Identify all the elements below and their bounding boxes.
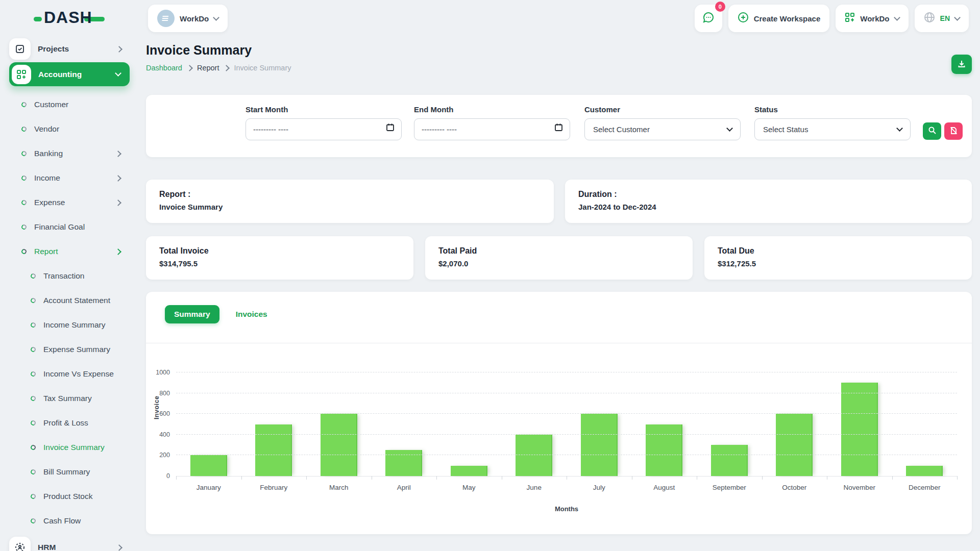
- globe-icon: [924, 12, 935, 25]
- end-month-field: End Month: [414, 105, 570, 140]
- sidebar-item-invoice-summary[interactable]: Invoice Summary: [9, 435, 130, 460]
- bar-october: [776, 414, 813, 476]
- start-month-field: Start Month: [246, 105, 402, 140]
- x-tick-label: October: [762, 484, 827, 491]
- topbar-actions: 0 Create Workspace WorkDo EN: [695, 5, 969, 32]
- x-tick-mark: [567, 476, 567, 480]
- sidebar-item-banking[interactable]: Banking: [9, 141, 130, 166]
- sidebar-item-cash-flow[interactable]: Cash Flow: [9, 509, 130, 533]
- x-tick-mark: [632, 476, 632, 480]
- messages-badge: 0: [715, 2, 725, 12]
- sidebar-item-label: Vendor: [34, 124, 130, 134]
- sidebar-item-profit-loss[interactable]: Profit & Loss: [9, 411, 130, 435]
- chat-icon: [702, 11, 715, 26]
- tab-invoices[interactable]: Invoices: [227, 305, 277, 323]
- start-month-input[interactable]: [246, 118, 402, 140]
- x-tick-mark: [241, 476, 242, 480]
- breadcrumb-report-link[interactable]: Report: [197, 64, 219, 72]
- sidebar-item-income-vs-expense[interactable]: Income Vs Expense: [9, 362, 130, 386]
- sidebar-item-customer[interactable]: Customer: [9, 92, 130, 117]
- bullet-icon: [21, 224, 28, 231]
- sidebar-item-expense-summary[interactable]: Expense Summary: [9, 337, 130, 362]
- bullet-icon: [21, 102, 28, 108]
- x-tick-mark: [697, 476, 697, 480]
- sidebar-item-tax-summary[interactable]: Tax Summary: [9, 386, 130, 411]
- sidebar-item-hrm[interactable]: HRM: [9, 536, 130, 551]
- sidebar-item-financial-goal[interactable]: Financial Goal: [9, 215, 130, 239]
- end-month-input[interactable]: [414, 118, 570, 140]
- status-label: Status: [754, 105, 911, 114]
- sidebar-item-bill-summary[interactable]: Bill Summary: [9, 460, 130, 484]
- bar-january: [190, 455, 227, 476]
- duration-info-card: Duration : Jan-2024 to Dec-2024: [565, 180, 972, 223]
- bullet-icon: [21, 126, 28, 133]
- create-workspace-label: Create Workspace: [754, 14, 821, 23]
- sidebar-item-income-summary[interactable]: Income Summary: [9, 313, 130, 337]
- total-label: Total Paid: [438, 246, 693, 256]
- bar-column-march: [306, 372, 372, 476]
- x-tick-label: December: [892, 484, 958, 491]
- bullet-icon: [30, 420, 37, 427]
- x-tick-label: June: [502, 484, 567, 491]
- breadcrumb-current: Invoice Summary: [234, 64, 291, 72]
- main-content: Invoice Summary Dashboard Report Invoice…: [146, 43, 972, 72]
- customer-select[interactable]: Select Customer: [584, 118, 741, 140]
- x-tick-label: September: [697, 484, 762, 491]
- reset-icon: [949, 127, 958, 136]
- gridline: [176, 393, 957, 393]
- workspace-selector[interactable]: WorkDo: [148, 5, 228, 32]
- workdo-menu-button[interactable]: WorkDo: [836, 5, 908, 32]
- reset-button[interactable]: [944, 122, 963, 140]
- x-tick-mark: [892, 476, 893, 480]
- bullet-icon: [30, 518, 37, 524]
- workdo-menu-label: WorkDo: [860, 14, 889, 23]
- sidebar-item-label: Income Vs Expense: [43, 369, 130, 379]
- chevron-right-icon: [116, 544, 122, 551]
- app-logo[interactable]: DASH: [34, 8, 105, 27]
- report-value: Invoice Summary: [159, 203, 554, 211]
- x-tick-mark: [372, 476, 372, 480]
- sidebar-item-income[interactable]: Income: [9, 166, 130, 190]
- sidebar-item-vendor[interactable]: Vendor: [9, 117, 130, 141]
- logo-text: DASH: [44, 8, 92, 27]
- checkbox-icon: [9, 38, 31, 60]
- sidebar-item-accounting[interactable]: Accounting: [9, 62, 130, 86]
- bar-march: [321, 414, 357, 476]
- sidebar-item-label: Financial Goal: [34, 222, 130, 232]
- customer-field: Customer Select Customer: [584, 105, 741, 140]
- search-button[interactable]: [923, 122, 941, 140]
- sidebar-item-projects[interactable]: Projects: [9, 38, 130, 60]
- status-field: Status Select Status: [754, 105, 911, 140]
- download-button[interactable]: [951, 55, 972, 74]
- chevron-down-icon: [954, 14, 961, 21]
- bar-column-july: [567, 372, 632, 476]
- sidebar-item-transaction[interactable]: Transaction: [9, 264, 130, 288]
- chevron-right-icon: [115, 199, 121, 206]
- gridline: [176, 413, 957, 414]
- create-workspace-button[interactable]: Create Workspace: [728, 5, 830, 32]
- y-tick-label: 400: [159, 431, 170, 438]
- sidebar-item-product-stock[interactable]: Product Stock: [9, 484, 130, 509]
- sidebar-item-label: Expense Summary: [43, 345, 130, 354]
- bar-column-august: [632, 372, 697, 476]
- topbar: DASH WorkDo 0 Create Workspace: [0, 0, 980, 37]
- chart-x-axis-title: Months: [176, 505, 957, 513]
- y-tick-label: 600: [159, 410, 170, 417]
- sidebar-item-label: Bill Summary: [43, 467, 130, 477]
- y-tick-label: 800: [159, 390, 170, 397]
- sidebar-item-label: Income: [34, 173, 116, 183]
- chart-card: SummaryInvoices Invoice 0200400600800100…: [146, 292, 972, 534]
- sidebar-item-report[interactable]: Report: [9, 239, 130, 264]
- customer-select-value: Select Customer: [593, 125, 650, 134]
- bar-column-october: [762, 372, 827, 476]
- bullet-icon: [21, 151, 28, 157]
- sidebar-item-account-statement[interactable]: Account Statement: [9, 288, 130, 313]
- status-select[interactable]: Select Status: [754, 118, 911, 140]
- sidebar-item-expense[interactable]: Expense: [9, 190, 130, 215]
- breadcrumb-dashboard-link[interactable]: Dashboard: [146, 64, 182, 72]
- messages-button[interactable]: 0: [695, 5, 722, 32]
- language-selector[interactable]: EN: [915, 5, 969, 32]
- tab-summary[interactable]: Summary: [165, 305, 219, 323]
- x-tick-mark: [502, 476, 502, 480]
- bar-column-june: [502, 372, 567, 476]
